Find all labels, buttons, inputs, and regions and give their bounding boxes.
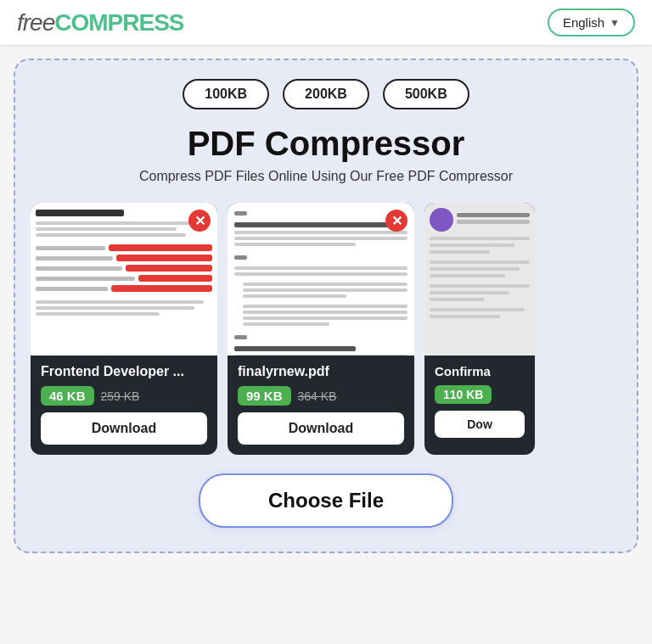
size-buttons-row: 100KB 200KB 500KB (31, 79, 621, 109)
header: freeCOMPRESS English ▼ (0, 0, 652, 45)
logo-free-text: free (17, 9, 54, 36)
card-1-close-button[interactable]: ✕ (188, 210, 211, 232)
language-selector[interactable]: English ▼ (548, 8, 635, 36)
choose-file-button[interactable]: Choose File (199, 473, 453, 528)
card-1-size-new: 46 KB (41, 386, 94, 406)
card-3-filename: Confirma (435, 364, 525, 378)
card-3-header-block (430, 208, 530, 232)
card-2-preview: ✕ (228, 203, 414, 356)
logo-compress-text: COMPRESS (54, 9, 183, 36)
main-content: 100KB 200KB 500KB PDF Compressor Compres… (0, 45, 652, 567)
card-2-close-button[interactable]: ✕ (385, 210, 408, 232)
compress-container: 100KB 200KB 500KB PDF Compressor Compres… (14, 59, 638, 553)
size-500kb-button[interactable]: 500KB (383, 79, 469, 109)
page-title: PDF Compressor (31, 125, 621, 162)
card-1-download-button[interactable]: Download (41, 412, 207, 445)
card-3-download-button[interactable]: Dow (435, 411, 525, 438)
card-1-info: Frontend Developer ... 46 KB 259 KB Down… (31, 356, 217, 455)
app-logo-circle (430, 208, 453, 232)
card-3-size-new: 110 KB (435, 385, 492, 404)
card-2-download-button[interactable]: Download (238, 412, 404, 445)
card-3-app-preview (424, 203, 535, 356)
card-3-sizes: 110 KB (435, 385, 525, 404)
card-1: ✕ (31, 203, 217, 455)
size-100kb-button[interactable]: 100KB (183, 79, 269, 109)
page-subtitle: Compress PDF Files Online Using Our Free… (31, 169, 621, 184)
card-1-sizes: 46 KB 259 KB (41, 386, 207, 406)
card-2: ✕ (228, 203, 414, 455)
card-3-info: Confirma 110 KB Dow (424, 356, 535, 455)
card-2-size-old: 364 KB (298, 389, 337, 403)
app-title-lines (457, 213, 530, 227)
card-2-sizes: 99 KB 364 KB (238, 386, 404, 406)
cards-row: ✕ (31, 203, 621, 455)
choose-file-area: Choose File (31, 473, 621, 528)
card-3-preview (424, 203, 535, 356)
card-2-filename: finalyrnew.pdf (238, 364, 404, 379)
card-1-filename: Frontend Developer ... (41, 364, 207, 379)
size-200kb-button[interactable]: 200KB (283, 79, 369, 109)
card-1-size-old: 259 KB (101, 389, 140, 403)
language-label: English (563, 15, 604, 30)
chevron-down-icon: ▼ (610, 17, 620, 29)
card-2-info: finalyrnew.pdf 99 KB 364 KB Download (228, 356, 414, 455)
card-2-size-new: 99 KB (238, 386, 291, 406)
card-3: Confirma 110 KB Dow (424, 203, 535, 455)
logo: freeCOMPRESS (17, 9, 184, 36)
card-1-preview: ✕ (31, 203, 217, 356)
